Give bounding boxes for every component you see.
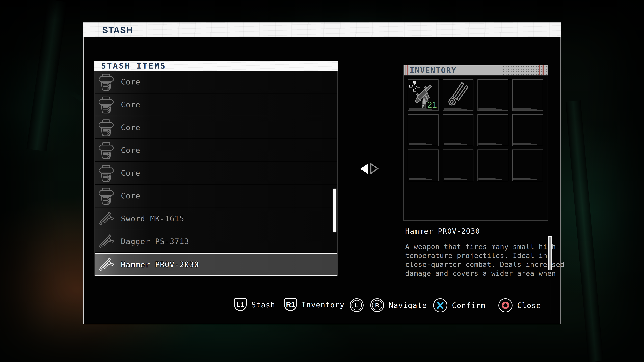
inventory-slot-empty[interactable] [442, 114, 474, 146]
bolt-cutter-icon [444, 81, 472, 108]
inventory-panel-title: INVENTORY [410, 66, 457, 75]
inventory-panel-header: INVENTORY [404, 65, 548, 76]
stash-item-label: Core [121, 146, 140, 155]
weapon-icon [97, 232, 115, 250]
right-stick-icon[interactable]: R [370, 298, 384, 312]
inventory-slot-empty[interactable] [512, 149, 543, 181]
inventory-slot-empty[interactable] [442, 149, 474, 181]
stash-item-list: Core Core Core Core Core [94, 71, 338, 276]
circle-button-icon[interactable] [498, 298, 512, 312]
stash-item-row[interactable]: Core [95, 71, 338, 93]
detail-scrollbar-thumb[interactable] [548, 236, 552, 270]
inventory-slot-empty[interactable] [512, 114, 543, 146]
l1-button-text: L1 [236, 301, 244, 309]
r1-button-text: R1 [286, 301, 295, 309]
screen: STASH STASH ITEMS Core Core Core [0, 0, 644, 362]
description-line: temperature projectiles. Ideal in [405, 251, 556, 260]
cross-button-icon[interactable] [433, 298, 447, 312]
stash-item-row[interactable]: Core [95, 139, 338, 162]
control-hint-label: Confirm [452, 301, 485, 310]
stash-list-scrollbar-thumb[interactable] [333, 189, 336, 232]
r1-button-icon[interactable]: R1 [284, 298, 297, 311]
control-hint-close[interactable]: Close [498, 298, 541, 312]
stash-item-row[interactable]: Dagger PS-3713 [95, 230, 338, 253]
dialog-title-bar: STASH [83, 22, 561, 37]
stash-item-label: Sword MK-1615 [121, 214, 184, 223]
core-icon [97, 141, 115, 159]
stash-item-label: Hammer PROV-2030 [121, 260, 199, 269]
stash-item-label: Dagger PS-3713 [121, 237, 189, 246]
stash-item-label: Core [121, 191, 140, 200]
ammo-indicator: 21 [422, 97, 437, 109]
inventory-slot-empty[interactable] [408, 149, 438, 181]
description-line: damage and covers a wider area when [405, 269, 556, 278]
weapon-icon [97, 210, 115, 228]
stash-item-row[interactable]: Core [95, 162, 338, 185]
stash-item-row[interactable]: Core [95, 116, 338, 139]
control-hint-inventory[interactable]: R1 Inventory [284, 298, 344, 311]
stash-panel: STASH ITEMS Core Core Core Core [94, 61, 338, 276]
stash-item-label: Core [121, 169, 140, 177]
bullet-icon [422, 97, 427, 109]
inventory-panel: INVENTORY 21 [403, 65, 548, 221]
control-hint-label: Close [517, 301, 541, 310]
core-icon [97, 73, 115, 91]
stash-item-label: Core [121, 100, 140, 109]
stash-panel-title: STASH ITEMS [101, 61, 166, 70]
description-line: close-quarter combat. Deals increased [405, 260, 556, 269]
inventory-grid: 21 [408, 79, 543, 181]
transfer-right-arrow-icon[interactable] [370, 163, 379, 174]
inventory-slot-tool[interactable] [442, 79, 474, 111]
stash-item-row[interactable]: Core [95, 185, 338, 207]
item-detail-description: A weapon that fires many small high- tem… [405, 242, 556, 278]
left-stick-text: L [355, 302, 358, 309]
inventory-slot-weapon[interactable]: 21 [408, 79, 438, 111]
stash-panel-header: STASH ITEMS [94, 61, 338, 71]
control-hint-confirm[interactable]: Confirm [433, 298, 485, 312]
right-stick-text: R [375, 302, 379, 309]
inventory-slot-empty[interactable] [478, 114, 508, 146]
control-hint-navigate[interactable]: L R Navigate [350, 298, 427, 312]
control-hint-label: Inventory [302, 301, 344, 309]
circle-glyph-icon [502, 302, 509, 309]
stash-item-row-selected[interactable]: Hammer PROV-2030 [95, 253, 338, 276]
item-detail-title: Hammer PROV-2030 [405, 227, 556, 235]
stash-item-label: Core [121, 77, 140, 86]
description-line: A weapon that fires many small high- [405, 242, 556, 251]
inventory-slot-empty[interactable] [408, 114, 438, 146]
weapon-icon [97, 255, 115, 274]
inventory-slot-empty[interactable] [512, 79, 543, 111]
inventory-slot-empty[interactable] [478, 79, 508, 111]
core-icon [97, 95, 115, 114]
core-icon [97, 187, 115, 205]
transfer-left-arrow-icon[interactable] [360, 164, 368, 174]
inventory-slot-empty[interactable] [478, 149, 508, 181]
dpad-up-icon [409, 81, 420, 92]
background-shadow [0, 0, 644, 20]
core-icon [97, 164, 115, 182]
stash-item-row[interactable]: Core [95, 93, 338, 116]
page-title: STASH [102, 25, 133, 35]
stash-item-row[interactable]: Sword MK-1615 [95, 207, 338, 230]
stash-dialog: STASH STASH ITEMS Core Core Core [83, 37, 561, 324]
detail-scrollbar [548, 236, 552, 314]
ammo-count: 21 [427, 101, 437, 109]
core-icon [97, 118, 115, 136]
control-hint-label: Navigate [389, 301, 427, 310]
l1-button-icon[interactable]: L1 [234, 298, 247, 311]
control-hint-stash[interactable]: L1 Stash [234, 298, 275, 311]
stash-item-label: Core [121, 123, 140, 132]
cross-glyph-icon [436, 302, 444, 309]
control-hint-label: Stash [252, 301, 275, 309]
left-stick-icon[interactable]: L [350, 298, 364, 312]
item-detail: Hammer PROV-2030 A weapon that fires man… [405, 227, 556, 278]
